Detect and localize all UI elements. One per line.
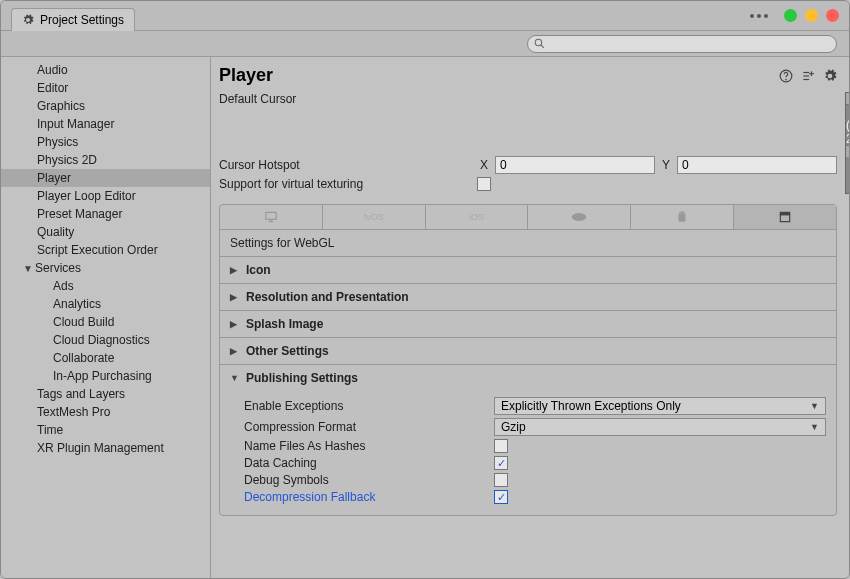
select-button-top[interactable]: Select (846, 93, 849, 105)
foldout-resolution[interactable]: ▶Resolution and Presentation (220, 283, 836, 310)
cursor-hotspot-label: Cursor Hotspot (219, 158, 471, 172)
virtual-texturing-checkbox[interactable] (477, 177, 491, 191)
chevron-right-icon: ▶ (230, 292, 240, 302)
sidebar-item-xr-plugin-management[interactable]: XR Plugin Management (1, 439, 210, 457)
platform-tab-android[interactable] (631, 205, 734, 229)
foldout-icon[interactable]: ▶Icon (220, 256, 836, 283)
sidebar-item-time[interactable]: Time (1, 421, 210, 439)
minimize-button[interactable] (805, 9, 818, 22)
select-button-bottom[interactable]: Select (846, 145, 849, 157)
sidebar-item-in-app-purchasing[interactable]: In-App Purchasing (1, 367, 210, 385)
sidebar-item-collaborate[interactable]: Collaborate (1, 349, 210, 367)
sidebar-item-tags-and-layers[interactable]: Tags and Layers (1, 385, 210, 403)
sidebar-item-player-loop-editor[interactable]: Player Loop Editor (1, 187, 210, 205)
sidebar-item-audio[interactable]: Audio (1, 61, 210, 79)
virtual-texturing-label: Support for virtual texturing (219, 177, 471, 191)
default-cursor-label: Default Cursor (219, 92, 471, 106)
sidebar: Audio Editor Graphics Input Manager Phys… (1, 57, 211, 579)
cursor-hotspot-y-input[interactable] (677, 156, 837, 174)
sidebar-item-graphics[interactable]: Graphics (1, 97, 210, 115)
foldout-splash[interactable]: ▶Splash Image (220, 310, 836, 337)
maximize-button[interactable] (784, 9, 797, 22)
publishing-body: Enable Exceptions Explicitly Thrown Exce… (220, 391, 836, 515)
svg-rect-9 (266, 212, 277, 219)
sidebar-item-editor[interactable]: Editor (1, 79, 210, 97)
search-icon (533, 37, 546, 50)
menu-dots-icon[interactable] (750, 14, 768, 18)
enable-exceptions-label: Enable Exceptions (244, 399, 488, 413)
svg-point-0 (535, 39, 542, 46)
data-caching-label: Data Caching (244, 456, 488, 470)
decompression-fallback-checkbox[interactable]: ✓ (494, 490, 508, 504)
sidebar-item-quality[interactable]: Quality (1, 223, 210, 241)
window-tab[interactable]: Project Settings (11, 8, 135, 31)
help-icon[interactable] (779, 69, 793, 83)
page-title: Player (219, 65, 273, 86)
svg-point-13 (680, 212, 681, 213)
sidebar-item-preset-manager[interactable]: Preset Manager (1, 205, 210, 223)
foldout-publishing[interactable]: ▼Publishing Settings (220, 364, 836, 391)
sidebar-item-input-manager[interactable]: Input Manager (1, 115, 210, 133)
platform-tab-webgl[interactable] (734, 205, 836, 229)
chevron-right-icon: ▶ (230, 265, 240, 275)
svg-point-14 (683, 212, 684, 213)
chevron-right-icon: ▶ (230, 319, 240, 329)
sidebar-item-cloud-build[interactable]: Cloud Build (1, 313, 210, 331)
name-files-as-hashes-checkbox[interactable] (494, 439, 508, 453)
gear-icon[interactable] (823, 69, 837, 83)
sidebar-item-player[interactable]: Player (1, 169, 210, 187)
content-area: Player Default Cursor Cursor Hotspot X Y (211, 57, 849, 579)
chevron-right-icon: ▶ (230, 346, 240, 356)
preset-icon[interactable] (801, 69, 815, 83)
compression-format-dropdown[interactable]: Gzip▼ (494, 418, 826, 436)
platform-panel: tvOS iOS Settings for WebGL ▶Icon ▶Resol… (219, 204, 837, 516)
enable-exceptions-dropdown[interactable]: Explicitly Thrown Exceptions Only▼ (494, 397, 826, 415)
chevron-down-icon: ▼ (23, 263, 33, 274)
sidebar-item-textmesh-pro[interactable]: TextMesh Pro (1, 403, 210, 421)
window-controls (750, 9, 839, 22)
sidebar-item-analytics[interactable]: Analytics (1, 295, 210, 313)
platform-tab-tvos[interactable]: tvOS (323, 205, 426, 229)
cursor-hotspot-x-input[interactable] (495, 156, 655, 174)
sidebar-item-ads[interactable]: Ads (1, 277, 210, 295)
sidebar-item-physics[interactable]: Physics (1, 133, 210, 151)
x-label: X (477, 158, 491, 172)
sidebar-item-physics-2d[interactable]: Physics 2D (1, 151, 210, 169)
decompression-fallback-label: Decompression Fallback (244, 490, 488, 504)
platform-tab-standalone[interactable] (220, 205, 323, 229)
svg-point-3 (786, 79, 787, 80)
name-files-as-hashes-label: Name Files As Hashes (244, 439, 488, 453)
sidebar-item-script-execution-order[interactable]: Script Execution Order (1, 241, 210, 259)
default-cursor-selector[interactable]: Select None (Texture 2D) Select (845, 92, 849, 194)
debug-symbols-label: Debug Symbols (244, 473, 488, 487)
data-caching-checkbox[interactable]: ✓ (494, 456, 508, 470)
gear-icon (22, 14, 34, 26)
window-title: Project Settings (40, 13, 124, 27)
foldout-other[interactable]: ▶Other Settings (220, 337, 836, 364)
svg-line-1 (541, 44, 544, 47)
debug-symbols-checkbox[interactable] (494, 473, 508, 487)
chevron-down-icon: ▼ (810, 422, 819, 432)
y-label: Y (659, 158, 673, 172)
chevron-down-icon: ▼ (230, 373, 240, 383)
cursor-type-label: (Texture 2D) (846, 118, 849, 146)
platform-tab-ios[interactable]: iOS (426, 205, 529, 229)
close-button[interactable] (826, 9, 839, 22)
sidebar-item-services[interactable]: ▼Services (1, 259, 210, 277)
chevron-down-icon: ▼ (810, 401, 819, 411)
compression-format-label: Compression Format (244, 420, 488, 434)
titlebar: Project Settings (1, 1, 849, 31)
search-input[interactable] (527, 35, 837, 53)
platform-tab-lumin[interactable] (528, 205, 631, 229)
svg-point-12 (572, 213, 587, 221)
settings-for-label: Settings for WebGL (220, 230, 836, 256)
sidebar-item-cloud-diagnostics[interactable]: Cloud Diagnostics (1, 331, 210, 349)
search-bar (1, 31, 849, 57)
